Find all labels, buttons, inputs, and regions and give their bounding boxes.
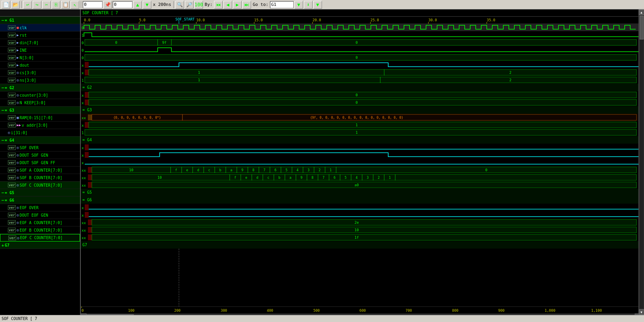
goto-input[interactable] xyxy=(270,1,294,8)
zoom-in-button[interactable]: 🔍 xyxy=(175,1,184,9)
signal-row-dout-sof-gen-ff[interactable]: ver ◎ DOUT_SOF_GEN_FF xyxy=(0,159,80,167)
scroll-down-button[interactable]: ▼ xyxy=(639,309,644,315)
expand-icon-g7[interactable]: + xyxy=(2,243,4,247)
signal-row-counter30[interactable]: var ◎ counter[3:0] xyxy=(0,92,80,99)
group-header-g6[interactable]: – = G6 xyxy=(0,197,80,204)
signal-row-dout[interactable]: var ▶ dout xyxy=(0,62,80,69)
vertical-scrollbar[interactable]: ▲ ▼ xyxy=(638,9,644,315)
signal-row-sof-b-counter[interactable]: ver ◎ SOF_B_COUNTER[7:0] xyxy=(0,174,80,182)
open-button[interactable]: 📂 xyxy=(11,1,20,9)
download-button[interactable]: ⬇ xyxy=(304,1,313,9)
paste-button[interactable]: 📋 xyxy=(61,1,70,9)
cursor-position-input[interactable] xyxy=(83,1,102,8)
svg-text:200: 200 xyxy=(174,309,181,313)
svg-text:0: 0 xyxy=(82,309,84,313)
download-dropdown-button[interactable]: ▼ xyxy=(313,1,322,9)
signal-row-sof-over[interactable]: ver ◎ SOF_OVER xyxy=(0,144,80,152)
signal-row-eof-b-counter[interactable]: ver ◎ EOF_B_COUNTER[7:0] xyxy=(0,227,80,234)
group-header-g3[interactable]: – = G3 xyxy=(0,107,80,114)
svg-text:x: x xyxy=(82,206,84,210)
expand-icon-g5[interactable]: – xyxy=(2,191,4,195)
signal-row-i310[interactable]: ◎ i[31:0] xyxy=(0,129,80,137)
group-header-g1[interactable]: – = G1 xyxy=(0,17,80,24)
signal-row-clk[interactable]: var ■ clk xyxy=(0,24,80,32)
svg-text:a: a xyxy=(231,168,233,172)
svg-text:= G5: = G5 xyxy=(82,190,92,195)
scroll-thumb-vertical[interactable] xyxy=(640,16,644,39)
new-button[interactable]: 📄 xyxy=(2,1,10,9)
svg-text:x: x xyxy=(82,94,84,97)
svg-text:b: b xyxy=(220,168,221,172)
signal-row-dout-eof-gen[interactable]: ver ◎ DOUT_EOF_GEN xyxy=(0,212,80,219)
copy-button[interactable]: ⎘ xyxy=(52,1,60,9)
signal-row-ram[interactable]: ver ▦ RAM[0:15][7:0] xyxy=(0,114,80,122)
signal-row-eof-a-counter[interactable]: ver ◎ EOF_A_COUNTER[7:0] xyxy=(0,219,80,227)
toolbar-separator-3 xyxy=(173,1,174,8)
expand-icon-g6[interactable]: – xyxy=(2,198,4,202)
expand-icon-g3[interactable]: – xyxy=(2,108,4,112)
group-header-g4[interactable]: – = G4 xyxy=(0,137,80,144)
svg-text:8: 8 xyxy=(312,176,314,180)
prev-button[interactable]: ◀ xyxy=(223,1,232,9)
signal-row-cs30[interactable]: var ◎ cs[3:0] xyxy=(0,69,80,77)
badge-n30: var xyxy=(8,55,16,60)
svg-rect-0 xyxy=(81,17,638,24)
redo-button[interactable]: ↪ xyxy=(33,1,41,9)
icon-sof-c: ◎ xyxy=(17,183,19,187)
signal-row-eof-over[interactable]: ver ◎ EOF_OVER xyxy=(0,204,80,212)
signal-name-eof-a-counter: EOF_A_COUNTER[7:0] xyxy=(20,221,62,225)
svg-text:x: x xyxy=(82,124,84,127)
marker-up-button[interactable]: ▲ xyxy=(133,1,142,9)
signal-row-rst[interactable]: var ▶ rst xyxy=(0,32,80,39)
group-header-g2[interactable]: – = G2 xyxy=(0,84,80,92)
signal-row-nkeep30[interactable]: var ◎ N_KEEP[3:0] xyxy=(0,99,80,107)
svg-rect-45 xyxy=(89,69,384,75)
signal-row-sof-c-counter[interactable]: ver ◎ SOF_C_COUNTER[7:0] xyxy=(0,182,80,189)
group-header-g5[interactable]: – = G5 xyxy=(0,189,80,197)
svg-rect-31 xyxy=(171,39,637,45)
group-header-g7[interactable]: + G7 xyxy=(0,242,80,249)
snap-button[interactable]: 📌 xyxy=(103,1,112,9)
marker-down-button[interactable]: ▼ xyxy=(143,1,151,9)
signal-row-sof-a-counter[interactable]: ver ◎ SOF_A_COUNTER[7:0] xyxy=(0,167,80,174)
zoom-out-button[interactable]: 🔎 xyxy=(185,1,194,9)
signal-name-eof-b-counter: EOF_B_COUNTER[7:0] xyxy=(20,228,62,232)
signal-row-ine[interactable]: var ▶ INE xyxy=(0,47,80,54)
signal-row-din[interactable]: var ▶ din[7:0] xyxy=(0,39,80,47)
icon-sof-over: ◎ xyxy=(17,146,19,150)
signal-row-eof-c-counter[interactable]: ver ◎ EOF_C_COUNTER[7:0] xyxy=(0,234,80,242)
signal-row-ns30[interactable]: var ◎ ns[3:0] xyxy=(0,77,80,84)
svg-rect-136 xyxy=(88,174,92,180)
badge-ine: var xyxy=(8,48,16,52)
goto-dropdown-button[interactable]: ▼ xyxy=(294,1,303,9)
waveform-area[interactable]: SOF COUNTER [ 7 0.0 5.0 10.0 15.0 xyxy=(81,9,638,315)
scroll-up-button[interactable]: ▲ xyxy=(639,9,644,15)
svg-rect-85 xyxy=(81,136,638,144)
scroll-track-vertical[interactable] xyxy=(640,16,644,309)
next-edge-button[interactable]: ⏭ xyxy=(242,1,251,9)
svg-text:0: 0 xyxy=(356,41,357,45)
next-button[interactable]: ▶ xyxy=(233,1,242,9)
svg-text:1: 1 xyxy=(356,123,357,127)
cut-button[interactable]: ✂ xyxy=(42,1,51,9)
svg-text:c: c xyxy=(208,168,210,172)
svg-text:10: 10 xyxy=(355,228,359,232)
svg-rect-202 xyxy=(81,241,638,249)
signal-name-din: din[7:0] xyxy=(20,41,39,45)
expand-icon-g1[interactable]: – xyxy=(2,18,4,22)
svg-text:8: 8 xyxy=(253,168,255,172)
arrow-button[interactable]: ↖ xyxy=(71,1,79,9)
signal-row-n30[interactable]: var ▶ N[3:0] xyxy=(0,54,80,62)
signal-row-vaddr[interactable]: ver ▶▶ v_addr[3:0] xyxy=(0,122,80,129)
zoom-100-button[interactable]: 100 xyxy=(194,1,203,9)
svg-rect-74 xyxy=(182,114,637,120)
prev-edge-button[interactable]: ⏮ xyxy=(214,1,223,9)
svg-text:1: 1 xyxy=(330,168,332,172)
signal-row-dout-sof-gen[interactable]: ver ◎ DOUT_SOF_GEN xyxy=(0,152,80,159)
undo-button[interactable]: ↩ xyxy=(23,1,32,9)
svg-text:2: 2 xyxy=(509,78,511,82)
expand-icon-g4[interactable]: – xyxy=(2,138,4,142)
svg-text:300: 300 xyxy=(221,309,227,313)
expand-icon-g2[interactable]: – xyxy=(2,86,4,90)
marker-position-input[interactable] xyxy=(113,1,132,8)
